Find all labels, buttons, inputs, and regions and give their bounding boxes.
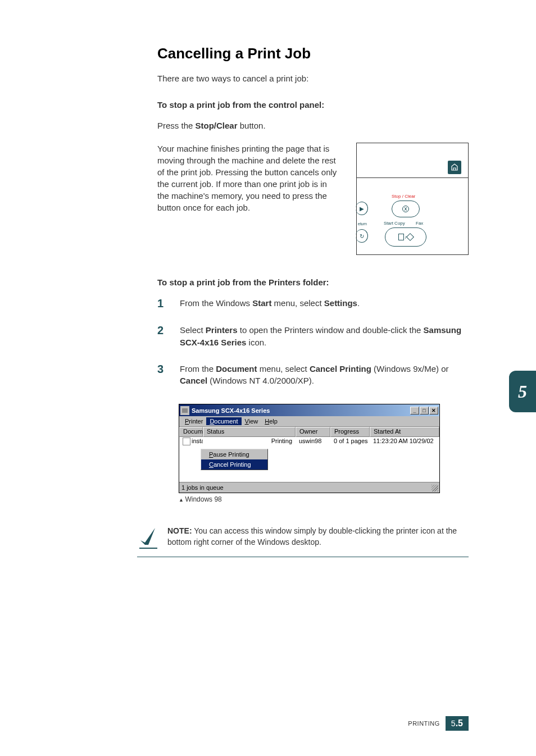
menu-help[interactable]: Help [261,417,281,425]
resize-grip[interactable] [431,485,438,491]
menu-label: ocument [214,418,238,425]
cell-progress: 0 of 1 pages [330,438,370,445]
printer-panel-illustration: ▶ eturn ↻ Stop / Clear Start Copy Fax / [356,143,469,255]
note-label: NOTE: [167,526,192,535]
statusbar-text: 1 jobs in queue [181,484,224,491]
menu-label: iew [249,418,258,425]
start-copy-label: Start Copy [384,221,405,226]
press-instruction: Press the Stop/Clear button. [157,120,469,131]
printer-icon [180,406,189,415]
step-text: Select Printers to open the Printers win… [180,324,469,349]
chapter-tab: 5 [509,371,536,412]
cell-owner: uswin98 [296,438,330,445]
fax-label: Fax [416,221,423,226]
table-headers: Docum Status Owner Progress Started At [179,427,439,437]
header-status[interactable]: Status [203,427,296,437]
cell-started: 11:23:20 AM 10/29/02 [370,438,439,445]
header-owner[interactable]: Owner [296,427,330,437]
window-statusbar: 1 jobs in queue [179,482,439,493]
header-started[interactable]: Started At [370,427,439,437]
printer-buttons-area: ▶ eturn ↻ Stop / Clear Start Copy Fax / [357,178,468,254]
subheading-printers-folder: To stop a print job from the Printers fo… [157,277,469,287]
table-row[interactable]: insta Printing uswin98 0 of 1 pages 11:2… [179,437,439,446]
printer-display-area [357,143,468,178]
step-text: From the Windows Start menu, select Sett… [180,297,469,310]
step-1: 1 From the Windows Start menu, select Se… [157,297,469,310]
footer-page-number: 5.5 [446,716,469,731]
subheading-control-panel: To stop a print job from the control pan… [157,100,469,110]
step-number: 2 [157,324,169,349]
menu-view[interactable]: View [242,417,262,425]
menu-label: rinter [189,418,203,425]
menu-cancel-printing[interactable]: Cancel Printing [201,459,267,470]
press-button-name: Stop/Clear [196,121,238,130]
return-button: ↻ [356,229,368,243]
menu-pause-printing[interactable]: Pause Printing [201,449,267,459]
step-number: 3 [157,363,169,388]
cell-document: insta [192,438,203,444]
step-text: From the Document menu, select Cancel Pr… [180,363,469,388]
stop-clear-button [392,201,420,217]
screenshot-caption: Windows 98 [179,495,469,503]
page-footer: PRINTING 5.5 [408,716,469,731]
menu-label: elp [269,418,278,425]
cell-status: Printing [203,438,296,445]
step-2: 2 Select Printers to open the Printers w… [157,324,469,349]
step-number: 1 [157,297,169,310]
header-progress[interactable]: Progress [330,427,370,437]
step-3: 3 From the Document menu, select Cancel … [157,363,469,388]
print-queue-window: Samsung SCX-4x16 Series _ □ ✕ Printer Do… [179,404,440,493]
page-title: Cancelling a Print Job [157,45,469,62]
display-icon [448,161,461,174]
note-section: NOTE: You can access this window simply … [137,526,469,557]
note-checkmark-icon [137,526,157,546]
stop-clear-label: Stop / Clear [392,194,415,199]
minimize-button[interactable]: _ [410,407,419,415]
close-button[interactable]: ✕ [429,407,438,415]
window-titlebar: Samsung SCX-4x16 Series _ □ ✕ [179,404,439,416]
footer-section-label: PRINTING [408,720,440,727]
start-copy-fax-button: / [385,227,426,247]
panel-description: Your machine finishes printing the page … [157,143,339,213]
note-text: NOTE: You can access this window simply … [167,526,469,548]
return-label: eturn [358,222,367,226]
header-document[interactable]: Docum [179,427,203,437]
document-menu-dropdown: Pause Printing Cancel Printing [201,449,268,470]
press-pre: Press the [157,121,196,130]
arrow-right-button: ▶ [356,202,368,215]
intro-text: There are two ways to cancel a print job… [157,74,469,83]
note-body: You can access this window simply by dou… [167,526,457,546]
window-title: Samsung SCX-4x16 Series [192,407,410,414]
maximize-button[interactable]: □ [420,407,429,415]
document-icon [183,438,190,445]
press-post: button. [238,121,266,130]
menu-document[interactable]: Document [206,417,241,425]
window-menubar: Printer Document View Help [179,416,439,427]
menu-printer[interactable]: Printer [181,417,206,425]
